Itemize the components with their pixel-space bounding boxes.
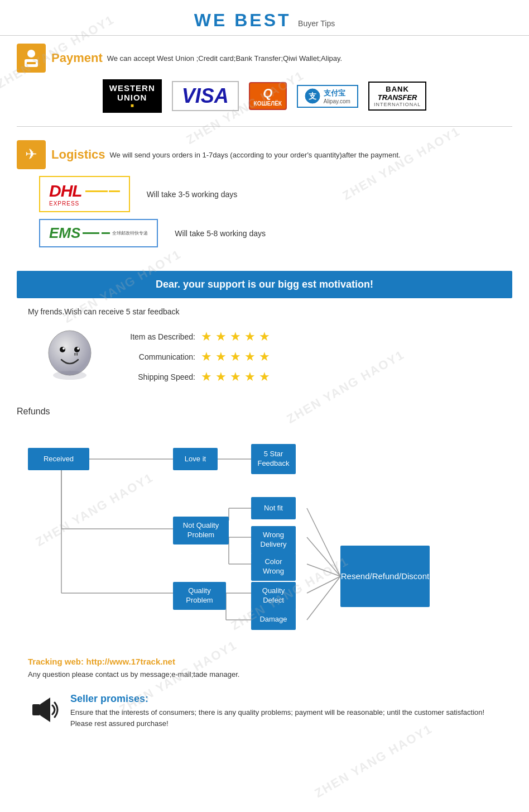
refunds-flowchart: Received Love it 5 Star Feedback Not Qua… xyxy=(17,426,512,638)
svg-text:": " xyxy=(74,351,79,362)
feedback-row-shipping: Shipping Speed: ★ ★ ★ ★ ★ xyxy=(112,370,484,384)
feedback-label-description: Item as Described: xyxy=(112,332,195,341)
fc-not-quality: Not Quality Problem xyxy=(173,517,229,544)
dhl-item: DHL EXPRESS Will take 3-5 working days xyxy=(39,176,490,212)
logistics-text: We will send yours orders in 1-7days (ac… xyxy=(110,151,401,159)
star-c2: ★ xyxy=(215,350,227,364)
svg-point-1 xyxy=(27,50,35,58)
stars-description: ★ ★ ★ ★ ★ xyxy=(201,329,270,344)
star-s1: ★ xyxy=(201,370,212,384)
star-1: ★ xyxy=(201,329,212,344)
motivation-banner: Dear. your support is our bigg est motiv… xyxy=(17,271,512,298)
svg-line-33 xyxy=(307,576,340,620)
header-title: WE BEST xyxy=(194,10,291,30)
star-3: ★ xyxy=(230,329,241,344)
payment-header: Payment We can accept West Union ;Credit… xyxy=(17,44,512,73)
speaker-icon xyxy=(28,693,61,732)
western-union-logo: WESTERN UNION ■ xyxy=(103,79,162,113)
promises-section: Seller promises: Ensure that the interes… xyxy=(0,686,529,738)
svg-text:✈: ✈ xyxy=(25,146,37,163)
star-5: ★ xyxy=(259,329,270,344)
ems-logo: EMS 全球邮政特快专递 xyxy=(39,219,158,247)
fc-damage: Damage xyxy=(251,609,296,630)
logistics-label: Logistics xyxy=(51,147,105,162)
ems-item: EMS 全球邮政特快专递 Will take 5-8 working days xyxy=(39,219,490,247)
svg-point-8 xyxy=(49,331,91,375)
tracking-section: Tracking web: http://www.17track.net Any… xyxy=(0,649,529,686)
fc-quality-defect: Quality Defect xyxy=(251,582,296,610)
feedback-content: " Item as Described: ★ ★ ★ ★ ★ Communica… xyxy=(17,324,512,395)
svg-line-30 xyxy=(307,537,340,576)
svg-point-12 xyxy=(77,347,79,350)
promises-content: Seller promises: Ensure that the interes… xyxy=(70,693,501,729)
payment-logos-row: WESTERN UNION ■ VISA Q КОШЕЛЁК 支 支付宝 Ali… xyxy=(17,79,512,113)
promises-title: Seller promises: xyxy=(70,693,501,705)
payment-icon xyxy=(17,44,46,73)
star-c3: ★ xyxy=(230,350,241,364)
feedback-label-shipping: Shipping Speed: xyxy=(112,372,195,381)
svg-point-14 xyxy=(53,371,86,380)
fc-resend: Resend/Refund/Discont xyxy=(340,546,430,607)
svg-rect-34 xyxy=(32,704,40,715)
bank-transfer-logo: BANK TRANSFER INTERNATIONAL xyxy=(368,82,426,111)
star-4: ★ xyxy=(244,329,256,344)
stars-communication: ★ ★ ★ ★ ★ xyxy=(201,350,270,364)
dhl-express: EXPRESS xyxy=(49,200,120,207)
qiwi-logo: Q КОШЕЛЁК xyxy=(249,82,287,110)
svg-point-11 xyxy=(62,347,65,350)
tracking-info: Tracking web: http://www.17track.net xyxy=(28,657,501,667)
logistics-section: ✈ Logistics We will send yours orders in… xyxy=(0,132,529,262)
dhl-logo: DHL EXPRESS xyxy=(39,176,130,212)
fc-five-star: 5 Star Feedback xyxy=(251,444,296,474)
svg-line-32 xyxy=(307,576,340,593)
svg-line-31 xyxy=(307,564,340,576)
svg-marker-35 xyxy=(40,698,50,722)
header-subtitle: Buyer Tips xyxy=(298,19,335,28)
logistics-icon: ✈ xyxy=(17,140,46,169)
star-2: ★ xyxy=(215,329,227,344)
visa-logo: VISA xyxy=(172,81,239,111)
dhl-text: DHL xyxy=(49,181,120,200)
fc-color-wrong: Color Wrong xyxy=(251,553,296,581)
feedback-wish: My frends.Wish can receive 5 star feedba… xyxy=(28,307,512,316)
stars-shipping: ★ ★ ★ ★ ★ xyxy=(201,370,270,384)
svg-point-9 xyxy=(60,347,65,352)
tracking-note: Any question please contact us by messag… xyxy=(28,670,501,679)
payment-label: Payment xyxy=(51,51,103,65)
ems-time: Will take 5-8 working days xyxy=(175,229,266,238)
alipay-logo: 支 支付宝 Alipay.com xyxy=(297,85,358,108)
fc-not-fit: Not fit xyxy=(251,497,296,519)
star-s4: ★ xyxy=(244,370,256,384)
payment-text: We can accept West Union ;Credit card;Ba… xyxy=(107,54,342,63)
tracking-url[interactable]: http://www.17track.net xyxy=(86,657,175,666)
promises-text: Ensure that the interests of consumers; … xyxy=(70,707,501,729)
star-s5: ★ xyxy=(259,370,270,384)
feedback-row-description: Item as Described: ★ ★ ★ ★ ★ xyxy=(112,329,484,344)
dhl-time: Will take 3-5 working days xyxy=(147,190,238,199)
fc-love-it: Love it xyxy=(173,448,218,470)
svg-line-29 xyxy=(307,508,340,576)
refunds-label: Refunds xyxy=(17,407,512,417)
svg-rect-3 xyxy=(27,62,36,64)
tracking-label: Tracking web: xyxy=(28,657,84,666)
star-s3: ★ xyxy=(230,370,241,384)
svg-text:支: 支 xyxy=(308,92,317,101)
star-s2: ★ xyxy=(215,370,227,384)
fc-wrong-delivery: Wrong Delivery xyxy=(251,526,296,554)
feedback-ratings: Item as Described: ★ ★ ★ ★ ★ Communicati… xyxy=(112,329,484,390)
page-header: WE BEST Buyer Tips xyxy=(0,0,529,36)
star-c1: ★ xyxy=(201,350,212,364)
feedback-section: My frends.Wish can receive 5 star feedba… xyxy=(0,307,529,395)
feedback-row-communication: Communication: ★ ★ ★ ★ ★ xyxy=(112,350,484,364)
feedback-label-communication: Communication: xyxy=(112,352,195,361)
star-c4: ★ xyxy=(244,350,256,364)
fc-quality-problem: Quality Problem xyxy=(173,582,226,610)
feedback-face: " xyxy=(45,329,95,380)
star-c5: ★ xyxy=(259,350,270,364)
fc-received: Received xyxy=(28,448,89,470)
divider-1 xyxy=(17,126,512,127)
payment-section: Payment We can accept West Union ;Credit… xyxy=(0,36,529,121)
logistics-header: ✈ Logistics We will send yours orders in… xyxy=(17,140,512,169)
refunds-section: Refunds xyxy=(0,395,529,649)
